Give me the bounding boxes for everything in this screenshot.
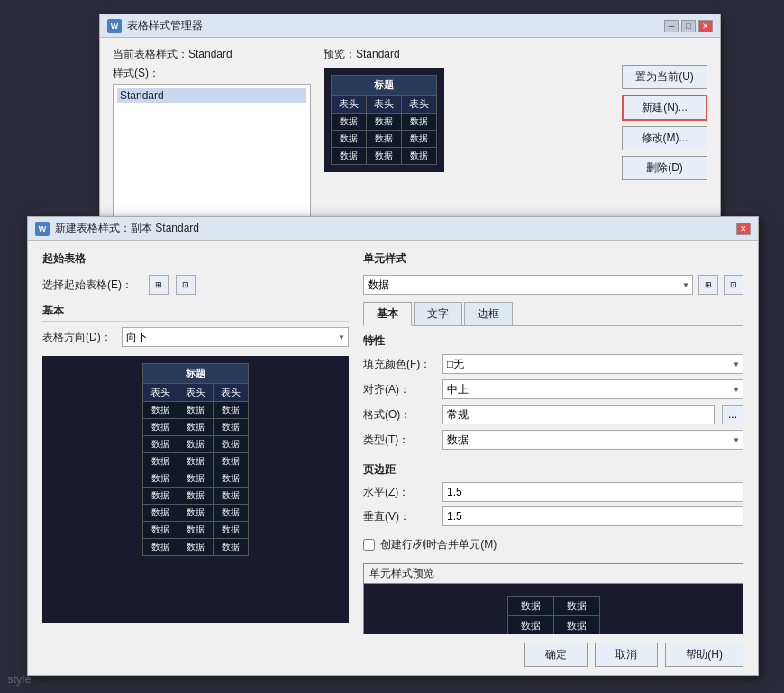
main-right-panel: 单元样式 数据 ▼ ⊞ ⊡ 基本 文字	[363, 251, 743, 623]
current-style-label: 当前表格样式：Standard	[113, 47, 311, 62]
main-dr4: 数据数据数据	[143, 453, 249, 470]
cp-row1: 数据 数据	[507, 596, 599, 615]
align-select[interactable]: 中上	[442, 379, 743, 399]
tab-basic[interactable]: 基本	[363, 302, 412, 326]
select-start-row: 选择起始表格(E)： ⊞ ⊡	[42, 275, 349, 295]
cell-preview-title: 单元样式预览	[364, 564, 743, 584]
back-header-cell3: 表头	[402, 96, 437, 114]
d27: 数据	[214, 539, 249, 556]
cell-preview-table: 数据 数据 数据 数据	[507, 596, 600, 636]
cell-style-select-wrap: 数据 ▼	[363, 275, 693, 295]
style-list: Standard	[113, 84, 311, 219]
d21: 数据	[214, 505, 249, 522]
minimize-btn[interactable]: ─	[664, 20, 679, 32]
back-data-cell4: 数据	[332, 131, 367, 148]
main-dr3: 数据数据数据	[143, 436, 249, 453]
type-select[interactable]: 数据	[442, 430, 743, 450]
d2: 数据	[178, 402, 214, 419]
format-row: 格式(O)： ...	[363, 405, 743, 424]
d4: 数据	[143, 419, 178, 436]
table-icon-btn2[interactable]: ⊡	[176, 275, 196, 295]
style-list-item[interactable]: Standard	[117, 88, 306, 103]
main-hcell2: 表头	[178, 384, 214, 402]
properties-title: 特性	[363, 333, 743, 349]
delete-button[interactable]: 删除(D)	[622, 156, 707, 180]
ok-button[interactable]: 确定	[524, 643, 588, 667]
fill-color-label: 填充颜色(F)：	[363, 357, 435, 372]
back-dialog-titlebar: W 表格样式管理器 ─ □ ✕	[100, 14, 720, 38]
d14: 数据	[178, 470, 214, 488]
main-dialog-icon: W	[35, 222, 50, 236]
back-left-panel: 当前表格样式：Standard 样式(S)： Standard	[113, 47, 311, 233]
back-dialog-icon: W	[107, 19, 122, 33]
basic-section: 基本 表格方向(D)： 向下 ▼	[42, 304, 349, 347]
tab-text[interactable]: 文字	[414, 302, 462, 325]
new-button[interactable]: 新建(N)...	[622, 95, 707, 121]
format-dots-btn[interactable]: ...	[722, 405, 743, 424]
fill-color-select-wrap: □无 ▼	[442, 354, 743, 374]
direction-select[interactable]: 向下	[122, 327, 349, 347]
v-margin-input[interactable]	[442, 506, 743, 526]
d15: 数据	[214, 470, 249, 488]
cell-icon-btn1[interactable]: ⊞	[698, 275, 718, 295]
merge-checkbox[interactable]	[363, 539, 375, 551]
properties-section: 特性 填充颜色(F)： □无 ▼ 对齐(A)：	[363, 333, 743, 455]
fill-color-select[interactable]: □无	[442, 354, 743, 374]
help-button[interactable]: 帮助(H)	[665, 643, 743, 667]
h-margin-row: 水平(Z)：	[363, 482, 743, 502]
main-preview-container: 标题 表头 表头 表头 数据数据数据 数据数据数据 数据数据数据 数据数据数据 …	[42, 356, 349, 623]
back-data-cell5: 数据	[367, 131, 402, 148]
h-margin-input[interactable]	[442, 482, 743, 502]
d18: 数据	[214, 488, 249, 505]
d10: 数据	[143, 453, 178, 470]
d9: 数据	[214, 436, 249, 453]
format-input[interactable]	[442, 405, 715, 424]
direction-select-wrap: 向下 ▼	[122, 327, 349, 347]
d1: 数据	[143, 402, 178, 419]
app-background: style W 表格样式管理器 ─ □ ✕ 当前表格样式：Standard 样式…	[0, 0, 784, 693]
cell-style-row: 数据 ▼ ⊞ ⊡	[363, 275, 743, 295]
style-label: 样式(S)：	[113, 66, 311, 81]
cp-c4: 数据	[553, 615, 599, 635]
back-header-cell2: 表头	[367, 96, 402, 114]
back-data-cell9: 数据	[402, 148, 437, 165]
main-dr1: 数据数据数据	[143, 402, 249, 419]
back-preview-table: 标题 表头 表头 表头 数据 数据 数据 数据	[331, 75, 437, 165]
align-label: 对齐(A)：	[363, 382, 435, 397]
main-hcell1: 表头	[143, 384, 178, 402]
back-preview-panel: 预览：Standard 标题 表头 表头 表头 数据 数据	[324, 47, 609, 233]
main-body: 起始表格 选择起始表格(E)： ⊞ ⊡ 基本 表格方向(D)： 向下	[28, 241, 758, 634]
cell-icon-btn2[interactable]: ⊡	[724, 275, 743, 295]
main-header-row: 表头 表头 表头	[143, 384, 249, 402]
d16: 数据	[143, 488, 178, 505]
back-dialog-title: 表格样式管理器	[127, 18, 664, 33]
type-select-wrap: 数据 ▼	[442, 430, 743, 450]
h-margin-label: 水平(Z)：	[363, 485, 435, 500]
maximize-btn[interactable]: □	[681, 20, 696, 32]
cancel-button[interactable]: 取消	[595, 643, 658, 667]
main-dr5: 数据数据数据	[143, 470, 249, 488]
main-close-btn[interactable]: ✕	[736, 223, 751, 235]
table-icon-btn1[interactable]: ⊞	[149, 275, 169, 295]
margins-section: 页边距 水平(Z)： 垂直(V)：	[363, 462, 743, 526]
table-direction-row: 表格方向(D)： 向下 ▼	[42, 327, 349, 347]
modify-button[interactable]: 修改(M)...	[622, 126, 707, 150]
tab-border[interactable]: 边框	[464, 302, 513, 325]
v-margin-label: 垂直(V)：	[363, 509, 435, 524]
d8: 数据	[178, 436, 214, 453]
cp-c1: 数据	[507, 596, 553, 615]
basic-title: 基本	[42, 304, 349, 322]
type-row: 类型(T)： 数据 ▼	[363, 430, 743, 450]
main-dr9: 数据数据数据	[143, 539, 249, 556]
main-hcell3: 表头	[214, 384, 249, 402]
close-btn-back[interactable]: ✕	[698, 20, 713, 32]
set-current-button[interactable]: 置为当前(U)	[622, 65, 707, 89]
d6: 数据	[214, 419, 249, 436]
d7: 数据	[143, 436, 178, 453]
d20: 数据	[178, 505, 214, 522]
back-header-cell: 表头	[332, 96, 367, 114]
main-title-row: 标题	[143, 364, 249, 384]
cell-style-header: 单元样式 数据 ▼ ⊞ ⊡	[363, 251, 743, 295]
cell-style-select[interactable]: 数据	[363, 275, 693, 295]
main-dialog-title: 新建表格样式：副本 Standard	[55, 221, 736, 236]
